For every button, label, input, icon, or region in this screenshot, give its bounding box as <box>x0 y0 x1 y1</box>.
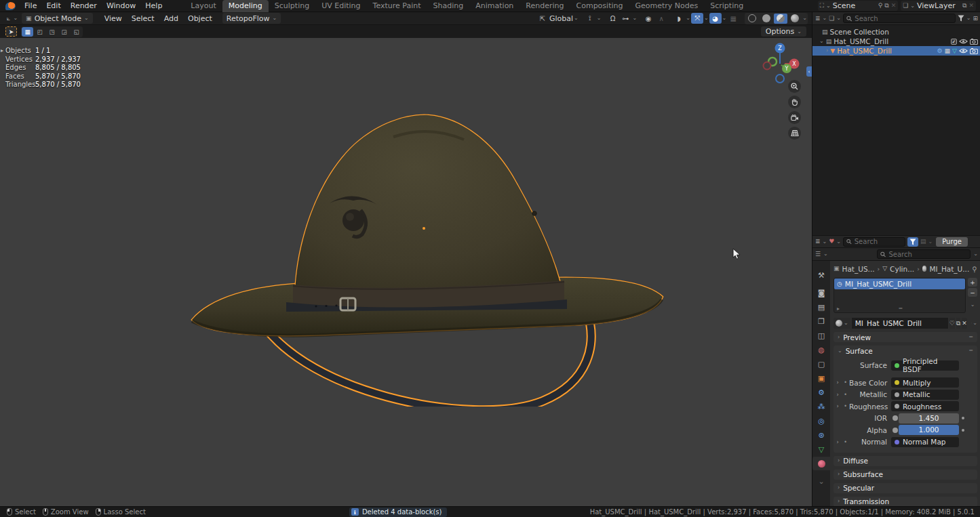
new-collection-icon[interactable]: ⊞ <box>973 16 978 22</box>
surface-shader-button[interactable]: Principled BSDF <box>891 360 959 371</box>
roughness-input-button[interactable]: Roughness <box>891 401 959 411</box>
tab-scene[interactable]: ◫ <box>812 329 830 342</box>
report-message[interactable]: i Deleted 4 data-block(s) <box>349 508 448 517</box>
new-viewlayer-icon[interactable]: ⧉ <box>962 3 966 9</box>
panel-transmission[interactable]: ›Transmission <box>834 497 977 507</box>
snap-controls[interactable]: Ω ⊶ ⌄ <box>606 13 637 24</box>
zoom-button[interactable] <box>788 80 801 93</box>
viewport-3d[interactable]: ▸ ‹ Objects1 / 1 Vertices2,937 / 2,937 E… <box>0 38 812 506</box>
slot-specials-chevron[interactable]: ⌄ <box>968 302 977 308</box>
pin-icon[interactable]: ⚲ <box>972 265 977 273</box>
select-mode-subtract[interactable]: ◳ <box>46 27 58 37</box>
outliner-search-input[interactable] <box>855 15 952 22</box>
shading-rendered-button[interactable] <box>788 14 802 24</box>
tab-particles[interactable]: ⁂ <box>812 400 830 413</box>
workspace-tab-shading[interactable]: Shading <box>427 0 470 12</box>
material-name-field[interactable] <box>852 318 948 329</box>
orphan-search-input[interactable] <box>855 238 902 245</box>
gizmos-toggle-icon[interactable]: ⤧ <box>691 13 703 24</box>
breadcrumb-object[interactable]: Hat_US... <box>842 265 875 273</box>
menu-render[interactable]: Render <box>66 0 102 12</box>
tab-physics[interactable]: ◎ <box>812 414 830 428</box>
disable-render-camera-icon[interactable] <box>970 39 978 45</box>
perspective-toggle-button[interactable] <box>788 127 801 140</box>
shading-material-button[interactable] <box>774 14 787 24</box>
menu-window[interactable]: Window <box>102 0 140 12</box>
collapse-icon[interactable]: ⌄ <box>819 39 824 44</box>
tab-modifiers[interactable]: ⚙ <box>812 386 830 399</box>
material-slot-list[interactable]: ◷ MI_Hat_USMC_Drill ▸ ═ <box>834 278 966 313</box>
outliner-row-collection[interactable]: ⌄ ▤ Hat_USMC_Drill ✓ <box>812 37 980 46</box>
workspace-tab-scripting[interactable]: Scripting <box>704 0 749 12</box>
filter-toggle-icon[interactable] <box>907 237 918 247</box>
expand-icon[interactable]: › <box>834 392 842 398</box>
workspace-tab-animation[interactable]: Animation <box>469 0 520 12</box>
breadcrumb-data[interactable]: Cylin... <box>890 265 914 273</box>
orphan-search[interactable] <box>843 237 905 247</box>
menu-select[interactable]: Select <box>127 14 159 23</box>
metallic-input-button[interactable]: Metallic <box>891 390 959 400</box>
properties-search[interactable] <box>877 249 971 259</box>
filter-icon[interactable] <box>958 15 964 22</box>
menu-retopoflow[interactable]: RetopoFlow ⌄ <box>222 13 281 24</box>
tab-object[interactable]: ▣ <box>812 371 830 385</box>
overlays-toggle-icon[interactable]: ◕ <box>709 13 722 24</box>
outliner-search[interactable] <box>843 14 956 23</box>
navigation-gizmo[interactable]: Z X Y <box>759 41 802 84</box>
pivot-point[interactable]: ⟟ ⌄ <box>584 13 602 24</box>
tab-collection[interactable]: ▢ <box>812 357 830 371</box>
workspace-tab-texture-paint[interactable]: Texture Paint <box>367 0 427 12</box>
sidebar-toggle-tab[interactable]: ‹ <box>806 66 812 77</box>
panel-preview[interactable]: › Preview ═ <box>834 332 977 342</box>
workspace-tab-rendering[interactable]: Rendering <box>520 0 570 12</box>
panel-diffuse[interactable]: ›Diffuse <box>834 456 977 466</box>
fake-user-shield-icon[interactable]: ♡ <box>949 318 955 329</box>
unlink-material-icon[interactable]: ✕ <box>962 318 967 329</box>
tab-output[interactable]: ▤ <box>812 300 830 314</box>
tab-tool[interactable]: ⚒ <box>812 268 830 282</box>
expand-icon[interactable]: › <box>826 48 828 54</box>
workspace-tab-uv-editing[interactable]: UV Editing <box>315 0 366 12</box>
tab-object-data[interactable]: ▽ <box>812 442 830 456</box>
workspace-tab-sculpting[interactable]: Sculpting <box>269 0 315 12</box>
gizmo-z-axis[interactable]: Z <box>778 45 782 51</box>
collection-checkbox[interactable]: ✓ <box>951 39 957 45</box>
gizmo-y-axis[interactable]: Y <box>785 66 789 72</box>
select-mode-intersect[interactable]: ◱ <box>71 27 82 37</box>
animate-dot-icon[interactable] <box>959 429 967 432</box>
purge-button[interactable]: Purge <box>936 237 968 247</box>
active-tool-select-box[interactable]: ➤ <box>5 26 17 37</box>
menu-edit[interactable]: Edit <box>41 0 65 12</box>
tab-constraints[interactable]: ⊛ <box>812 428 830 442</box>
hat-model-3d-object[interactable] <box>190 108 665 407</box>
new-material-copy-icon[interactable]: ⧉ <box>956 318 960 329</box>
expand-icon[interactable]: › <box>834 379 842 386</box>
add-slot-button[interactable]: + <box>968 278 977 287</box>
properties-search-input[interactable] <box>888 251 967 258</box>
gizmo-x-axis[interactable]: X <box>792 61 796 67</box>
outliner-row-scene-collection[interactable]: ▤ Scene Collection <box>812 27 980 37</box>
proportional-editing[interactable]: ◉ ∧ <box>642 13 667 24</box>
filter-icon[interactable] <box>971 320 972 327</box>
viewlayer-selector[interactable]: ❏ ⌄ ViewLayer ⧉ ✕ <box>901 1 976 11</box>
material-slot-row[interactable]: ◷ MI_Hat_USMC_Drill <box>834 278 965 289</box>
orphan-display-icon[interactable]: ♥ <box>829 239 834 245</box>
properties-editor-icon[interactable]: ☰ <box>815 251 821 257</box>
menu-object[interactable]: Object <box>183 14 217 23</box>
hide-eye-icon[interactable] <box>959 48 968 54</box>
select-mode-set[interactable]: ▦ <box>22 27 33 37</box>
editor-type-button[interactable]: ⟀ ⌄ <box>3 13 22 24</box>
outliner-editor-icon[interactable]: ≣ <box>815 239 821 245</box>
expand-icon[interactable]: › <box>834 403 842 409</box>
panel-surface[interactable]: ⌄ Surface ═ Surface Principled BSDF <box>834 346 977 453</box>
tab-view-layer[interactable]: ❐ <box>812 314 830 328</box>
hide-eye-icon[interactable] <box>959 39 968 44</box>
tab-overflow-chevron[interactable]: ⌄ <box>812 474 830 488</box>
pan-button[interactable] <box>788 96 801 108</box>
panel-specular[interactable]: ›Specular <box>834 483 977 493</box>
normal-input-button[interactable]: Normal Map <box>891 437 959 447</box>
alpha-slider[interactable]: 1.000 <box>899 425 959 435</box>
select-mode-invert[interactable]: ◲ <box>58 27 70 37</box>
menu-view[interactable]: View <box>100 14 127 23</box>
outliner-editor-icon[interactable]: ≣ <box>815 16 821 22</box>
